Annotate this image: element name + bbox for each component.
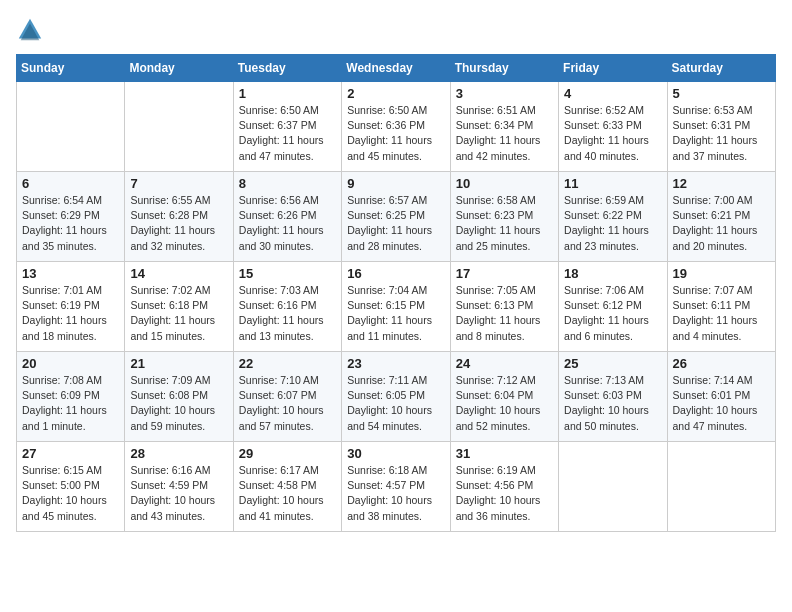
- day-number: 30: [347, 446, 444, 461]
- day-number: 6: [22, 176, 119, 191]
- day-number: 16: [347, 266, 444, 281]
- day-info: Sunrise: 6:52 AM Sunset: 6:33 PM Dayligh…: [564, 103, 661, 164]
- calendar-day-cell: 8Sunrise: 6:56 AM Sunset: 6:26 PM Daylig…: [233, 172, 341, 262]
- day-info: Sunrise: 6:18 AM Sunset: 4:57 PM Dayligh…: [347, 463, 444, 524]
- day-info: Sunrise: 7:02 AM Sunset: 6:18 PM Dayligh…: [130, 283, 227, 344]
- day-info: Sunrise: 6:57 AM Sunset: 6:25 PM Dayligh…: [347, 193, 444, 254]
- day-number: 12: [673, 176, 770, 191]
- calendar-day-cell: 22Sunrise: 7:10 AM Sunset: 6:07 PM Dayli…: [233, 352, 341, 442]
- calendar-day-cell: 28Sunrise: 6:16 AM Sunset: 4:59 PM Dayli…: [125, 442, 233, 532]
- calendar-week-row: 1Sunrise: 6:50 AM Sunset: 6:37 PM Daylig…: [17, 82, 776, 172]
- calendar-day-cell: 15Sunrise: 7:03 AM Sunset: 6:16 PM Dayli…: [233, 262, 341, 352]
- day-header-row: SundayMondayTuesdayWednesdayThursdayFrid…: [17, 55, 776, 82]
- day-info: Sunrise: 7:01 AM Sunset: 6:19 PM Dayligh…: [22, 283, 119, 344]
- day-info: Sunrise: 7:07 AM Sunset: 6:11 PM Dayligh…: [673, 283, 770, 344]
- calendar-day-cell: 17Sunrise: 7:05 AM Sunset: 6:13 PM Dayli…: [450, 262, 558, 352]
- logo: [16, 16, 46, 44]
- calendar-header: SundayMondayTuesdayWednesdayThursdayFrid…: [17, 55, 776, 82]
- calendar-day-cell: [559, 442, 667, 532]
- day-info: Sunrise: 7:05 AM Sunset: 6:13 PM Dayligh…: [456, 283, 553, 344]
- calendar-day-cell: 24Sunrise: 7:12 AM Sunset: 6:04 PM Dayli…: [450, 352, 558, 442]
- day-number: 24: [456, 356, 553, 371]
- calendar-day-cell: 16Sunrise: 7:04 AM Sunset: 6:15 PM Dayli…: [342, 262, 450, 352]
- calendar-week-row: 6Sunrise: 6:54 AM Sunset: 6:29 PM Daylig…: [17, 172, 776, 262]
- calendar-day-cell: 27Sunrise: 6:15 AM Sunset: 5:00 PM Dayli…: [17, 442, 125, 532]
- calendar-week-row: 27Sunrise: 6:15 AM Sunset: 5:00 PM Dayli…: [17, 442, 776, 532]
- calendar-day-cell: 6Sunrise: 6:54 AM Sunset: 6:29 PM Daylig…: [17, 172, 125, 262]
- calendar-day-cell: 12Sunrise: 7:00 AM Sunset: 6:21 PM Dayli…: [667, 172, 775, 262]
- calendar-day-cell: 7Sunrise: 6:55 AM Sunset: 6:28 PM Daylig…: [125, 172, 233, 262]
- calendar-day-cell: 2Sunrise: 6:50 AM Sunset: 6:36 PM Daylig…: [342, 82, 450, 172]
- day-info: Sunrise: 7:09 AM Sunset: 6:08 PM Dayligh…: [130, 373, 227, 434]
- day-info: Sunrise: 6:56 AM Sunset: 6:26 PM Dayligh…: [239, 193, 336, 254]
- day-number: 29: [239, 446, 336, 461]
- day-number: 14: [130, 266, 227, 281]
- day-number: 2: [347, 86, 444, 101]
- day-of-week-header: Wednesday: [342, 55, 450, 82]
- day-number: 31: [456, 446, 553, 461]
- day-info: Sunrise: 7:03 AM Sunset: 6:16 PM Dayligh…: [239, 283, 336, 344]
- day-number: 17: [456, 266, 553, 281]
- calendar-table: SundayMondayTuesdayWednesdayThursdayFrid…: [16, 54, 776, 532]
- day-info: Sunrise: 7:12 AM Sunset: 6:04 PM Dayligh…: [456, 373, 553, 434]
- day-number: 21: [130, 356, 227, 371]
- day-number: 8: [239, 176, 336, 191]
- calendar-day-cell: 4Sunrise: 6:52 AM Sunset: 6:33 PM Daylig…: [559, 82, 667, 172]
- day-info: Sunrise: 7:08 AM Sunset: 6:09 PM Dayligh…: [22, 373, 119, 434]
- day-of-week-header: Monday: [125, 55, 233, 82]
- calendar-day-cell: 30Sunrise: 6:18 AM Sunset: 4:57 PM Dayli…: [342, 442, 450, 532]
- day-of-week-header: Saturday: [667, 55, 775, 82]
- calendar-day-cell: 1Sunrise: 6:50 AM Sunset: 6:37 PM Daylig…: [233, 82, 341, 172]
- day-of-week-header: Friday: [559, 55, 667, 82]
- calendar-day-cell: 5Sunrise: 6:53 AM Sunset: 6:31 PM Daylig…: [667, 82, 775, 172]
- day-info: Sunrise: 7:14 AM Sunset: 6:01 PM Dayligh…: [673, 373, 770, 434]
- day-number: 5: [673, 86, 770, 101]
- day-number: 10: [456, 176, 553, 191]
- page-header: [16, 16, 776, 44]
- day-info: Sunrise: 6:50 AM Sunset: 6:37 PM Dayligh…: [239, 103, 336, 164]
- calendar-day-cell: 13Sunrise: 7:01 AM Sunset: 6:19 PM Dayli…: [17, 262, 125, 352]
- day-info: Sunrise: 7:00 AM Sunset: 6:21 PM Dayligh…: [673, 193, 770, 254]
- day-number: 1: [239, 86, 336, 101]
- day-of-week-header: Sunday: [17, 55, 125, 82]
- day-info: Sunrise: 6:53 AM Sunset: 6:31 PM Dayligh…: [673, 103, 770, 164]
- day-number: 7: [130, 176, 227, 191]
- calendar-day-cell: [125, 82, 233, 172]
- day-number: 19: [673, 266, 770, 281]
- day-number: 18: [564, 266, 661, 281]
- calendar-week-row: 20Sunrise: 7:08 AM Sunset: 6:09 PM Dayli…: [17, 352, 776, 442]
- calendar-day-cell: 23Sunrise: 7:11 AM Sunset: 6:05 PM Dayli…: [342, 352, 450, 442]
- day-info: Sunrise: 7:06 AM Sunset: 6:12 PM Dayligh…: [564, 283, 661, 344]
- day-info: Sunrise: 6:19 AM Sunset: 4:56 PM Dayligh…: [456, 463, 553, 524]
- calendar-day-cell: 19Sunrise: 7:07 AM Sunset: 6:11 PM Dayli…: [667, 262, 775, 352]
- calendar-day-cell: 10Sunrise: 6:58 AM Sunset: 6:23 PM Dayli…: [450, 172, 558, 262]
- day-info: Sunrise: 6:15 AM Sunset: 5:00 PM Dayligh…: [22, 463, 119, 524]
- calendar-day-cell: 9Sunrise: 6:57 AM Sunset: 6:25 PM Daylig…: [342, 172, 450, 262]
- calendar-day-cell: 20Sunrise: 7:08 AM Sunset: 6:09 PM Dayli…: [17, 352, 125, 442]
- day-number: 4: [564, 86, 661, 101]
- day-info: Sunrise: 6:58 AM Sunset: 6:23 PM Dayligh…: [456, 193, 553, 254]
- day-number: 28: [130, 446, 227, 461]
- day-info: Sunrise: 7:10 AM Sunset: 6:07 PM Dayligh…: [239, 373, 336, 434]
- day-info: Sunrise: 6:54 AM Sunset: 6:29 PM Dayligh…: [22, 193, 119, 254]
- calendar-day-cell: 14Sunrise: 7:02 AM Sunset: 6:18 PM Dayli…: [125, 262, 233, 352]
- day-number: 15: [239, 266, 336, 281]
- day-of-week-header: Thursday: [450, 55, 558, 82]
- day-number: 26: [673, 356, 770, 371]
- calendar-day-cell: 31Sunrise: 6:19 AM Sunset: 4:56 PM Dayli…: [450, 442, 558, 532]
- calendar-day-cell: 11Sunrise: 6:59 AM Sunset: 6:22 PM Dayli…: [559, 172, 667, 262]
- calendar-day-cell: 18Sunrise: 7:06 AM Sunset: 6:12 PM Dayli…: [559, 262, 667, 352]
- day-number: 20: [22, 356, 119, 371]
- day-info: Sunrise: 6:50 AM Sunset: 6:36 PM Dayligh…: [347, 103, 444, 164]
- calendar-body: 1Sunrise: 6:50 AM Sunset: 6:37 PM Daylig…: [17, 82, 776, 532]
- day-info: Sunrise: 6:51 AM Sunset: 6:34 PM Dayligh…: [456, 103, 553, 164]
- day-number: 27: [22, 446, 119, 461]
- day-number: 22: [239, 356, 336, 371]
- day-info: Sunrise: 7:04 AM Sunset: 6:15 PM Dayligh…: [347, 283, 444, 344]
- day-number: 23: [347, 356, 444, 371]
- day-info: Sunrise: 7:11 AM Sunset: 6:05 PM Dayligh…: [347, 373, 444, 434]
- day-number: 11: [564, 176, 661, 191]
- calendar-day-cell: 3Sunrise: 6:51 AM Sunset: 6:34 PM Daylig…: [450, 82, 558, 172]
- day-info: Sunrise: 6:55 AM Sunset: 6:28 PM Dayligh…: [130, 193, 227, 254]
- calendar-day-cell: 21Sunrise: 7:09 AM Sunset: 6:08 PM Dayli…: [125, 352, 233, 442]
